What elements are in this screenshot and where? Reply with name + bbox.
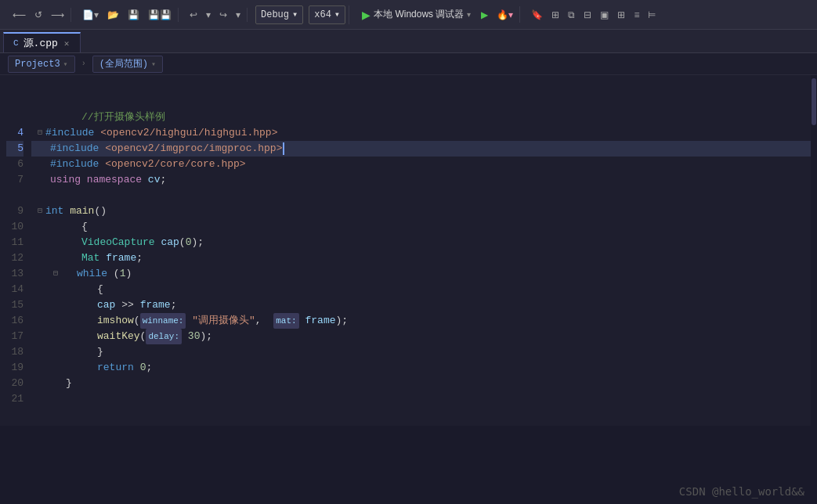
toolbar-run-group: ▶ 本地 Windows 调试器 ▾ ▶ 🔥▾	[354, 6, 520, 23]
run-label: 本地 Windows 调试器	[374, 8, 464, 21]
fn-imshow: imshow	[97, 313, 134, 329]
code-line	[31, 78, 817, 94]
undo-button[interactable]: ↩	[186, 8, 201, 22]
breadcrumb-bar: Project3 ▾ › (全局范围) ▾	[0, 53, 817, 75]
keyword-include1: #include	[45, 125, 94, 141]
code-line-main: ⊟ int main ()	[31, 203, 817, 219]
watermark-text: CSDN @hello_world&&	[679, 485, 804, 498]
code-line-brace2: {	[31, 282, 817, 297]
fire-button[interactable]: 🔥▾	[493, 8, 516, 22]
collapse-button-main[interactable]: ⊟	[34, 203, 45, 219]
var-frame2: frame	[140, 297, 171, 313]
scroll-thumb[interactable]	[812, 78, 816, 125]
toolbar-debug-group: Debug ▾ x64 ▾	[252, 5, 349, 24]
collapse-button-while[interactable]: ⊟	[50, 266, 61, 282]
code-line	[31, 94, 817, 110]
play-icon: ▶	[362, 9, 371, 21]
keyword-using: using	[50, 172, 81, 188]
code-line-cap: cap >> frame ;	[31, 297, 817, 313]
toolbar: ⟵ ↺ ⟶ 📄▾ 📂 💾 💾💾 ↩ ▾ ↪ ▾ Debug ▾ x64 ▾	[0, 0, 817, 30]
var-frame: frame	[106, 250, 136, 266]
param-mat: mat:	[273, 313, 298, 329]
str-title: "调用摄像头"	[192, 313, 255, 329]
toolbar-file-group: 📄▾ 📂 💾 💾💾	[76, 8, 179, 22]
forward-button[interactable]: ⟶	[48, 8, 67, 22]
param-delay: delay:	[146, 329, 182, 344]
code-line-include3: #include <opencv2/core/core.hpp>	[31, 157, 817, 172]
num-0: 0	[186, 235, 192, 250]
include-path-1: <opencv2/highgui/highgui.hpp>	[100, 125, 277, 141]
var-cap2: cap	[97, 297, 115, 313]
scope-label: (全局范围)	[99, 57, 148, 70]
run2-button[interactable]: ▶	[478, 8, 491, 22]
project-label: Project3	[15, 59, 60, 70]
refresh-button[interactable]: ↺	[31, 8, 45, 22]
back-button[interactable]: ⟵	[9, 8, 29, 22]
keyword-return: return	[97, 360, 134, 376]
platform-label: x64	[314, 9, 331, 20]
run-dropdown-arrow: ▾	[467, 10, 471, 19]
scrollbar[interactable]	[811, 75, 817, 426]
undo-dropdown[interactable]: ▾	[203, 8, 214, 22]
debug-dropdown-arrow: ▾	[292, 9, 298, 20]
bookmark-button[interactable]: 🔖	[528, 8, 546, 22]
toolbar-nav-group: ⟵ ↺ ⟶	[6, 8, 71, 22]
code-line-include2: #include <opencv2/imgproc/imgproc.hpp>	[31, 141, 817, 157]
tab-bar: C 源.cpp ✕	[0, 30, 817, 53]
var-cap: cap	[161, 235, 179, 250]
save-button[interactable]: 💾	[125, 8, 143, 22]
tab-close-button[interactable]: ✕	[63, 38, 71, 49]
app-window: ⟵ ↺ ⟶ 📄▾ 📂 💾 💾💾 ↩ ▾ ↪ ▾ Debug ▾ x64 ▾	[0, 0, 817, 504]
redo-button[interactable]: ↪	[216, 8, 230, 22]
bottom-area: CSDN @hello_world&&	[0, 426, 817, 504]
close-brace1: }	[97, 344, 103, 360]
scope-breadcrumb[interactable]: (全局范围) ▾	[92, 56, 163, 73]
project-breadcrumb[interactable]: Project3 ▾	[8, 56, 75, 73]
keyword-namespace: namespace	[87, 172, 142, 188]
tab-source-cpp[interactable]: C 源.cpp ✕	[3, 32, 81, 52]
keyword-include2: #include	[50, 141, 99, 157]
editor[interactable]: 4 5 6 7 9 10 11 12 13 14 15 16 17 18 19 …	[0, 75, 817, 426]
platform-dropdown[interactable]: x64 ▾	[309, 5, 345, 24]
num-30: 30	[188, 329, 201, 344]
code-line-using: using namespace cv ;	[31, 172, 817, 188]
align-button[interactable]: ≡	[631, 8, 642, 22]
include-path-3: <opencv2/core/core.hpp>	[105, 157, 245, 172]
code-line-return: return 0 ;	[31, 360, 817, 376]
code-line-waitkey: waitKey ( delay: 30 );	[31, 329, 817, 344]
code-line-imshow: imshow ( winname: "调用摄像头" , mat: frame )…	[31, 313, 817, 329]
code-content[interactable]: //打开摄像头样例 ⊟ #include <opencv2/highgui/hi…	[31, 75, 817, 426]
toolbar-edit-group: ↩ ▾ ↪ ▾	[183, 8, 248, 22]
align2-button[interactable]: ⊨	[645, 8, 659, 22]
fn-main: main	[70, 203, 94, 219]
keyword-while: while	[77, 266, 107, 282]
run-button[interactable]: ▶ 本地 Windows 调试器 ▾	[357, 6, 475, 23]
cpp-icon: C	[13, 38, 19, 48]
panel-button[interactable]: ▣	[597, 8, 612, 22]
type-videocapture: VideoCapture	[81, 235, 155, 250]
new-button[interactable]: 📄▾	[79, 8, 102, 22]
debug-config-dropdown[interactable]: Debug ▾	[255, 5, 303, 24]
panel2-button[interactable]: ⊞	[614, 8, 628, 22]
open-button[interactable]: 📂	[104, 8, 122, 22]
window2-button[interactable]: ⧉	[565, 8, 578, 22]
code-line-blank	[31, 188, 817, 203]
code-line-videocapture: VideoCapture cap ( 0 );	[31, 235, 817, 250]
code-line-while: ⊟ while ( 1 )	[31, 266, 817, 282]
code-line-brace4: }	[31, 376, 817, 391]
code-line-brace3: }	[31, 344, 817, 360]
keyword-int: int	[45, 203, 63, 219]
redo-dropdown[interactable]: ▾	[233, 8, 244, 22]
split-button[interactable]: ⊟	[580, 8, 595, 22]
save-all-button[interactable]: 💾💾	[145, 8, 175, 22]
open-brace2: {	[97, 282, 103, 297]
platform-dropdown-arrow: ▾	[334, 9, 340, 20]
collapse-button-1[interactable]: ⊟	[34, 125, 45, 141]
comment-text: //打开摄像头样例	[81, 110, 165, 125]
breadcrumb-separator: ›	[81, 59, 86, 68]
line-numbers: 4 5 6 7 9 10 11 12 13 14 15 16 17 18 19 …	[0, 75, 31, 426]
open-brace: {	[81, 219, 88, 235]
code-line-include1: ⊟ #include <opencv2/highgui/highgui.hpp>	[31, 125, 817, 141]
window-button[interactable]: ⊞	[548, 8, 562, 22]
breadcrumb-arrow2: ▾	[151, 59, 156, 69]
